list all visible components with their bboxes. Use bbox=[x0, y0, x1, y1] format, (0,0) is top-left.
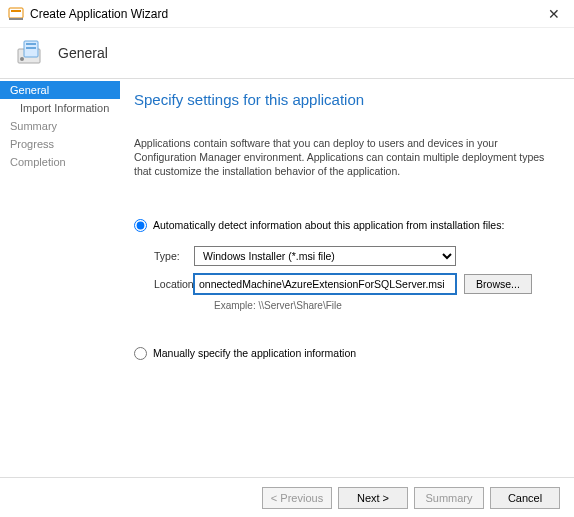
type-row: Type: Windows Installer (*.msi file) bbox=[134, 246, 556, 266]
location-input[interactable] bbox=[194, 274, 456, 294]
location-example: Example: \\Server\Share\File bbox=[134, 300, 556, 311]
header: General bbox=[0, 28, 574, 78]
titlebar: Create Application Wizard ✕ bbox=[0, 0, 574, 28]
summary-button[interactable]: Summary bbox=[414, 487, 484, 509]
next-button[interactable]: Next > bbox=[338, 487, 408, 509]
radio-manual-label: Manually specify the application informa… bbox=[153, 347, 356, 359]
step-general[interactable]: General bbox=[0, 81, 120, 99]
header-title: General bbox=[58, 45, 108, 61]
location-row: Location: Browse... bbox=[134, 274, 556, 294]
svg-rect-0 bbox=[9, 8, 23, 18]
main-panel: Specify settings for this application Ap… bbox=[120, 79, 574, 477]
location-label: Location: bbox=[134, 278, 194, 290]
browse-button[interactable]: Browse... bbox=[464, 274, 532, 294]
svg-rect-2 bbox=[9, 18, 23, 20]
close-button[interactable]: ✕ bbox=[542, 4, 566, 24]
wizard-icon bbox=[12, 35, 48, 71]
step-progress[interactable]: Progress bbox=[0, 135, 120, 153]
window-title: Create Application Wizard bbox=[30, 7, 542, 21]
type-select[interactable]: Windows Installer (*.msi file) bbox=[194, 246, 456, 266]
svg-rect-6 bbox=[26, 47, 36, 49]
svg-point-7 bbox=[20, 57, 24, 61]
step-completion[interactable]: Completion bbox=[0, 153, 120, 171]
app-icon bbox=[8, 6, 24, 22]
page-heading: Specify settings for this application bbox=[134, 91, 556, 108]
wizard-steps-sidebar: General Import Information Summary Progr… bbox=[0, 79, 120, 477]
footer: < Previous Next > Summary Cancel bbox=[0, 477, 574, 517]
radio-auto-label: Automatically detect information about t… bbox=[153, 219, 504, 231]
type-label: Type: bbox=[134, 250, 194, 262]
radio-manual[interactable]: Manually specify the application informa… bbox=[134, 347, 556, 360]
radio-auto-detect[interactable]: Automatically detect information about t… bbox=[134, 219, 556, 232]
page-description: Applications contain software that you c… bbox=[134, 136, 556, 179]
step-summary[interactable]: Summary bbox=[0, 117, 120, 135]
radio-auto-input[interactable] bbox=[134, 219, 147, 232]
previous-button[interactable]: < Previous bbox=[262, 487, 332, 509]
svg-rect-1 bbox=[11, 10, 21, 12]
step-import-information[interactable]: Import Information bbox=[0, 99, 120, 117]
radio-manual-input[interactable] bbox=[134, 347, 147, 360]
svg-rect-5 bbox=[26, 43, 36, 45]
cancel-button[interactable]: Cancel bbox=[490, 487, 560, 509]
